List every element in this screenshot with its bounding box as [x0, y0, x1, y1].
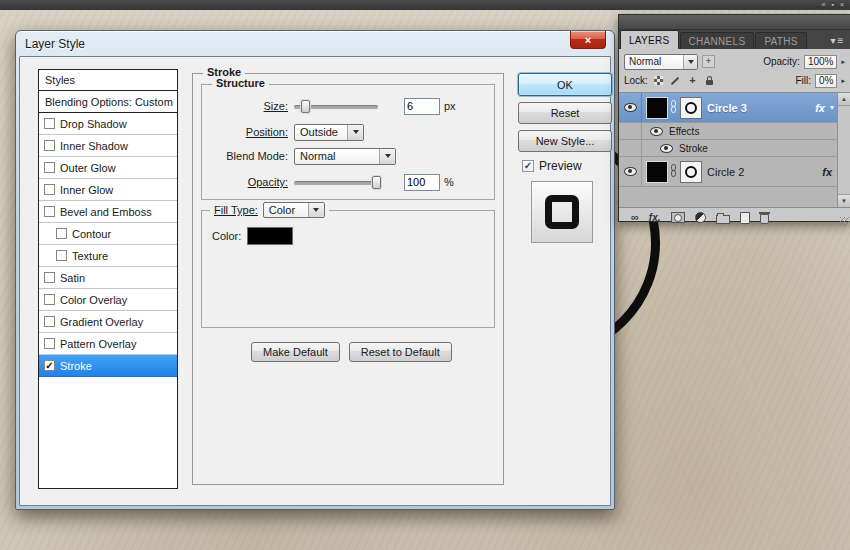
checkbox-checked[interactable]: ✓: [44, 360, 55, 371]
size-slider[interactable]: [294, 99, 378, 114]
scroll-down-icon[interactable]: ▼: [838, 194, 850, 207]
checkbox[interactable]: [44, 338, 55, 349]
dropdown-arrow-zone[interactable]: [379, 149, 395, 164]
make-default-button[interactable]: Make Default: [251, 342, 340, 362]
lock-position-icon[interactable]: +: [686, 74, 699, 87]
fx-badge[interactable]: fx: [822, 166, 832, 178]
checkbox[interactable]: [44, 140, 55, 151]
tab-channels[interactable]: CHANNELS: [680, 32, 755, 49]
reset-button[interactable]: Reset: [518, 102, 612, 124]
delete-layer-icon[interactable]: [760, 214, 769, 224]
mask-link-icon[interactable]: [669, 164, 677, 179]
fill-type-dropdown[interactable]: Color: [263, 202, 325, 218]
tab-paths[interactable]: PATHS: [755, 32, 806, 49]
checkbox[interactable]: [44, 162, 55, 173]
panel-opacity-value[interactable]: 100%: [804, 55, 838, 69]
collapse-panels-icon[interactable]: «: [822, 0, 826, 10]
scroll-up-icon[interactable]: ▲: [838, 93, 850, 106]
panel-blend-mode-dropdown[interactable]: Normal: [624, 54, 698, 70]
checkbox[interactable]: [44, 118, 55, 129]
dialog-close-button[interactable]: ×: [570, 31, 606, 49]
style-item-bevel-emboss[interactable]: Bevel and Emboss: [39, 201, 177, 223]
layer-style-icon[interactable]: fx.: [649, 213, 661, 223]
dropdown-arrow-zone[interactable]: [347, 125, 363, 140]
fill-value[interactable]: 0%: [815, 74, 837, 88]
layer-name[interactable]: Circle 2: [707, 166, 744, 178]
styles-list-header[interactable]: Styles: [39, 70, 177, 91]
style-item-blending-options[interactable]: Blending Options: Custom: [39, 91, 177, 113]
fx-badge[interactable]: fx: [815, 102, 825, 114]
mask-thumbnail[interactable]: [681, 162, 701, 182]
layer-thumbnail[interactable]: [647, 162, 667, 182]
panel-menu-icon[interactable]: ▾ ≡: [824, 32, 850, 49]
new-group-icon[interactable]: [716, 215, 730, 224]
style-item-texture[interactable]: Texture: [39, 245, 177, 267]
mask-thumbnail[interactable]: [681, 98, 701, 118]
color-swatch[interactable]: [247, 227, 293, 245]
effect-stroke-row[interactable]: Stroke: [619, 140, 837, 157]
add-mask-icon[interactable]: [671, 212, 685, 223]
layer-thumbnail[interactable]: [647, 98, 667, 118]
adjustment-layer-icon[interactable]: [695, 212, 706, 223]
eye-icon[interactable]: [624, 103, 637, 112]
eye-icon[interactable]: [650, 127, 663, 136]
dropdown-arrow-zone[interactable]: [308, 203, 324, 217]
checkbox[interactable]: [44, 316, 55, 327]
new-style-button[interactable]: New Style...: [518, 130, 612, 152]
opacity-flyout-icon[interactable]: ▸: [841, 58, 845, 66]
size-input[interactable]: [404, 98, 440, 115]
mask-link-icon[interactable]: [669, 100, 677, 115]
dialog-titlebar[interactable]: Layer Style: [19, 31, 611, 56]
lock-transparency-icon[interactable]: [652, 74, 665, 87]
blend-mode-dropdown[interactable]: Normal: [294, 148, 396, 165]
visibility-cell[interactable]: [619, 93, 642, 122]
effect-label[interactable]: Stroke: [679, 143, 708, 154]
opacity-slider-track[interactable]: [294, 181, 378, 186]
checkbox[interactable]: [56, 250, 67, 261]
checkbox[interactable]: [56, 228, 67, 239]
style-item-contour[interactable]: Contour: [39, 223, 177, 245]
style-item-stroke[interactable]: ✓ Stroke: [39, 355, 177, 377]
checkbox[interactable]: [44, 184, 55, 195]
ok-button[interactable]: OK: [518, 73, 612, 96]
opacity-label[interactable]: Opacity:: [208, 176, 288, 188]
visibility-cell[interactable]: [619, 157, 642, 186]
dropdown-arrow-zone[interactable]: [683, 55, 697, 69]
style-item-gradient-overlay[interactable]: Gradient Overlay: [39, 311, 177, 333]
effects-expand-icon[interactable]: ▾: [830, 103, 834, 112]
checkbox[interactable]: [44, 206, 55, 217]
effects-label[interactable]: Effects: [669, 126, 699, 137]
checkbox[interactable]: [44, 294, 55, 305]
link-layers-icon[interactable]: ∞: [631, 212, 639, 223]
layer-name[interactable]: Circle 3: [707, 102, 747, 114]
style-item-color-overlay[interactable]: Color Overlay: [39, 289, 177, 311]
preview-checkbox[interactable]: ✓: [522, 160, 534, 172]
style-item-outer-glow[interactable]: Outer Glow: [39, 157, 177, 179]
checkbox[interactable]: [44, 272, 55, 283]
layers-scrollbar[interactable]: ▲ ▼: [837, 93, 850, 207]
reset-to-default-button[interactable]: Reset to Default: [349, 342, 452, 362]
tab-layers[interactable]: LAYERS: [620, 30, 679, 49]
lock-all-icon[interactable]: [703, 74, 716, 87]
move-lock-icon[interactable]: +: [702, 55, 715, 68]
style-item-satin[interactable]: Satin: [39, 267, 177, 289]
lock-pixels-icon[interactable]: [669, 74, 682, 87]
style-item-drop-shadow[interactable]: Drop Shadow: [39, 113, 177, 135]
opacity-slider-thumb[interactable]: [372, 176, 381, 189]
layer-row-circle-3[interactable]: Circle 3 fx ▾: [619, 93, 837, 123]
opacity-input[interactable]: [404, 174, 440, 191]
new-layer-icon[interactable]: [740, 212, 750, 224]
opacity-slider[interactable]: [294, 175, 378, 190]
eye-icon[interactable]: [660, 144, 673, 153]
close-icon[interactable]: ×: [840, 0, 844, 10]
panel-resize-grip[interactable]: [840, 217, 849, 226]
style-item-inner-glow[interactable]: Inner Glow: [39, 179, 177, 201]
panel-box-icon[interactable]: ▪: [831, 0, 833, 10]
panel-drag-bar[interactable]: [619, 15, 850, 30]
style-item-pattern-overlay[interactable]: Pattern Overlay: [39, 333, 177, 355]
position-dropdown[interactable]: Outside: [294, 124, 364, 141]
size-slider-thumb[interactable]: [301, 100, 310, 113]
effects-header-row[interactable]: Effects: [619, 123, 837, 140]
fill-flyout-icon[interactable]: ▸: [841, 77, 845, 85]
layer-row-circle-2[interactable]: Circle 2 fx: [619, 157, 837, 187]
